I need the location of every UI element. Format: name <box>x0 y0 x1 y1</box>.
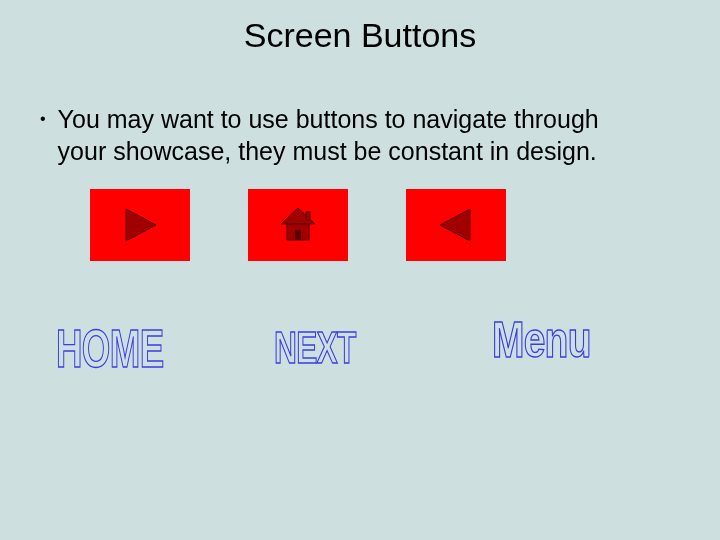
bullet-text: You may want to use buttons to navigate … <box>58 103 618 167</box>
svg-rect-3 <box>295 230 301 240</box>
bullet-item: • You may want to use buttons to navigat… <box>0 103 720 167</box>
icon-button-row <box>0 189 720 261</box>
wordart-home: HOME <box>56 317 163 379</box>
wordart-next: NEXT <box>274 323 356 373</box>
home-button[interactable] <box>248 189 348 261</box>
play-forward-icon <box>118 203 162 247</box>
bullet-marker: • <box>40 105 46 133</box>
page-title: Screen Buttons <box>0 0 720 55</box>
play-back-button[interactable] <box>406 189 506 261</box>
svg-marker-0 <box>126 209 156 241</box>
play-back-icon <box>434 203 478 247</box>
wordart-row: HOME NEXT Menu <box>0 317 720 417</box>
svg-rect-4 <box>306 212 310 220</box>
wordart-menu: Menu <box>492 311 591 369</box>
play-forward-button[interactable] <box>90 189 190 261</box>
svg-marker-5 <box>440 209 470 241</box>
home-icon <box>275 202 321 248</box>
